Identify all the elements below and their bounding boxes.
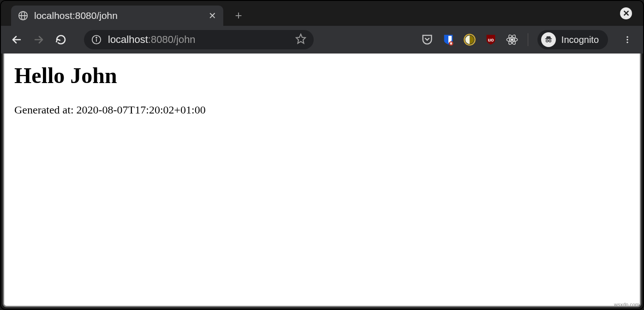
forward-button[interactable] [30, 31, 47, 48]
svg-text:uo: uo [488, 37, 494, 42]
page-content: Hello John Generated at: 2020-08-07T17:2… [3, 54, 641, 307]
tab-bar: localhost:8080/john ✕ + ✕ [1, 1, 643, 26]
incognito-badge[interactable]: Incognito [537, 30, 608, 49]
svg-marker-8 [296, 34, 305, 43]
url-text: localhost:8080/john [108, 34, 289, 46]
extension-icon-c[interactable] [463, 33, 476, 46]
svg-point-13 [511, 39, 513, 41]
svg-point-21 [626, 36, 628, 38]
incognito-icon [541, 32, 556, 47]
toolbar: localhost:8080/john [1, 26, 643, 54]
back-button[interactable] [8, 31, 25, 48]
toolbar-separator [528, 33, 528, 46]
browser-tab[interactable]: localhost:8080/john ✕ [11, 6, 223, 26]
generated-timestamp: Generated at: 2020-08-07T17:20:02+01:00 [14, 104, 630, 116]
pocket-icon[interactable] [421, 33, 434, 46]
close-window-icon[interactable]: ✕ [620, 7, 632, 19]
ublock-icon[interactable]: uo [484, 33, 497, 46]
incognito-label: Incognito [561, 35, 599, 45]
react-devtools-icon[interactable] [506, 33, 519, 46]
tab-title: localhost:8080/john [34, 10, 202, 21]
svg-rect-10 [450, 42, 452, 45]
page-heading: Hello John [14, 63, 630, 88]
watermark: wsxdp.com [614, 302, 639, 307]
svg-rect-17 [545, 38, 552, 39]
menu-button[interactable] [619, 31, 636, 48]
url-host: localhost [108, 34, 148, 45]
new-tab-button[interactable]: + [232, 8, 245, 22]
globe-icon [18, 10, 29, 21]
address-bar[interactable]: localhost:8080/john [84, 30, 314, 49]
svg-point-23 [626, 42, 628, 43]
url-path: :8080/john [148, 34, 196, 45]
bookmark-star-icon[interactable] [295, 33, 306, 46]
info-icon[interactable] [91, 35, 101, 45]
svg-point-18 [546, 40, 548, 42]
close-tab-icon[interactable]: ✕ [208, 11, 217, 20]
reload-button[interactable] [53, 31, 69, 48]
svg-point-7 [96, 37, 97, 38]
svg-point-22 [626, 39, 628, 40]
browser-window: localhost:8080/john ✕ + ✕ [1, 1, 643, 309]
svg-point-19 [549, 40, 551, 42]
extension-icons: uo [421, 33, 519, 46]
bitwarden-icon[interactable] [442, 33, 455, 46]
